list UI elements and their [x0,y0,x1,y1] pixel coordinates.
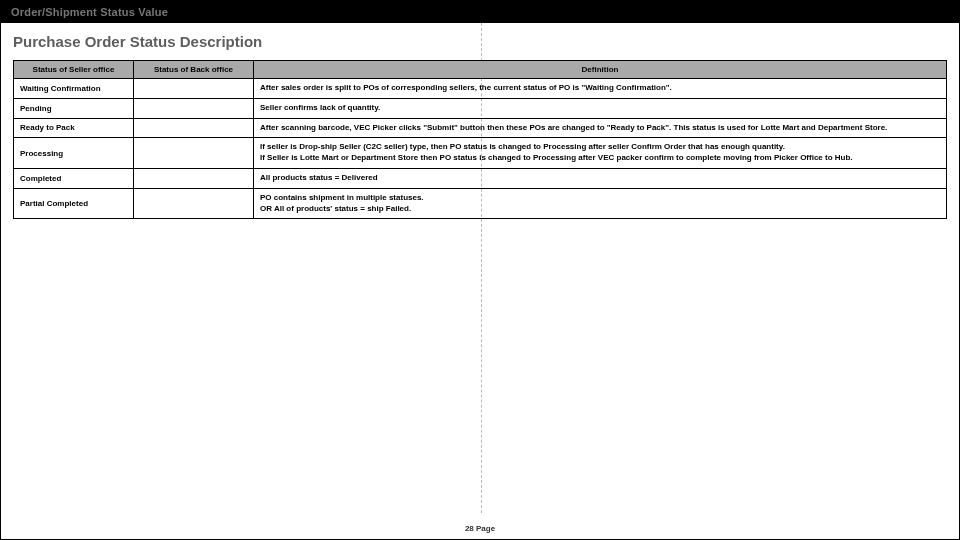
cell-seller: Completed [14,168,134,188]
document-page: Order/Shipment Status Value Purchase Ord… [0,0,960,540]
table-row: Completed All products status = Delivere… [14,168,947,188]
table-header-row: Status of Seller office Status of Back o… [14,61,947,79]
title-bar-text: Order/Shipment Status Value [11,6,168,18]
cell-seller: Ready to Pack [14,118,134,138]
status-table: Status of Seller office Status of Back o… [13,60,947,219]
cell-back [134,79,254,99]
cell-def: After scanning barcode, VEC Picker click… [254,118,947,138]
th-back: Status of Back office [134,61,254,79]
content-area: Purchase Order Status Description Status… [1,23,959,219]
cell-seller: Processing [14,138,134,169]
page-footer: 28 Page [1,524,959,533]
cell-back [134,168,254,188]
cell-back [134,138,254,169]
cell-def: Seller confirms lack of quantity. [254,98,947,118]
cell-back [134,188,254,219]
table-row: Processing If seller is Drop-ship Seller… [14,138,947,169]
table-row: Pending Seller confirms lack of quantity… [14,98,947,118]
cell-def: If seller is Drop-ship Seller (C2C selle… [254,138,947,169]
cell-seller: Waiting Confirmation [14,79,134,99]
cell-def: All products status = Delivered [254,168,947,188]
table-row: Partial Completed PO contains shipment i… [14,188,947,219]
cell-back [134,118,254,138]
th-seller: Status of Seller office [14,61,134,79]
cell-seller: Pending [14,98,134,118]
cell-seller: Partial Completed [14,188,134,219]
cell-back [134,98,254,118]
title-bar: Order/Shipment Status Value [1,1,959,23]
th-def: Definition [254,61,947,79]
table-row: Waiting Confirmation After sales order i… [14,79,947,99]
cell-def: PO contains shipment in multiple statuse… [254,188,947,219]
cell-def: After sales order is split to POs of cor… [254,79,947,99]
page-heading: Purchase Order Status Description [13,33,947,50]
table-row: Ready to Pack After scanning barcode, VE… [14,118,947,138]
